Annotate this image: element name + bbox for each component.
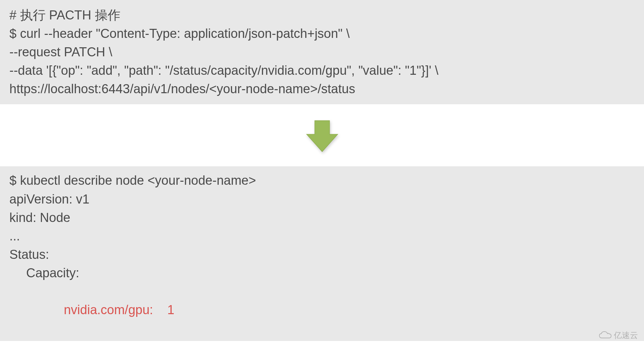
cloud-icon	[598, 331, 612, 340]
code-line: apiVersion: v1	[9, 190, 635, 209]
code-line: # 执行 PACTH 操作	[9, 6, 635, 24]
code-line: $ curl --header "Content-Type: applicati…	[9, 24, 635, 43]
code-line: Capacity:	[9, 264, 635, 282]
code-line-highlighted: nvidia.com/gpu: 1	[9, 282, 635, 338]
code-block-bottom: $ kubectl describe node <your-node-name>…	[0, 166, 644, 341]
gpu-key: nvidia.com/gpu:	[64, 303, 153, 317]
code-line: Status:	[9, 245, 635, 264]
code-block-top: # 执行 PACTH 操作 $ curl --header "Content-T…	[0, 0, 644, 104]
arrow-down-icon	[303, 118, 341, 155]
code-line: --data '[{"op": "add", "path": "/status/…	[9, 61, 635, 80]
arrow-container	[0, 104, 644, 166]
code-line: https://localhost:6443/api/v1/nodes/<you…	[9, 80, 635, 98]
watermark-text: 亿速云	[614, 330, 638, 341]
code-line: ...	[9, 227, 635, 245]
gpu-value: 1	[167, 303, 174, 317]
watermark: 亿速云	[598, 330, 638, 341]
code-line: kind: Node	[9, 209, 635, 227]
code-line: --request PATCH \	[9, 43, 635, 61]
code-line: $ kubectl describe node <your-node-name>	[9, 171, 635, 190]
